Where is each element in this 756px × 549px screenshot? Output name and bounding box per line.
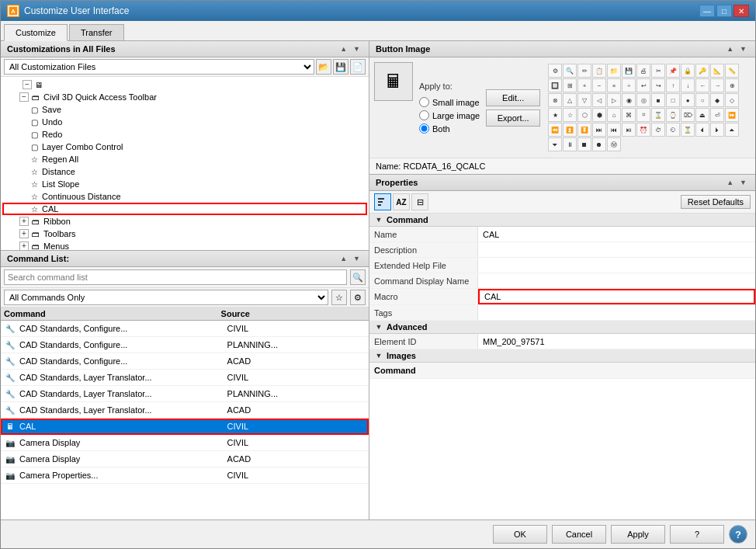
icon-cell[interactable]: Ⓜ bbox=[607, 137, 621, 151]
cmd-row-0[interactable]: 🔧 CAD Standards, Configure... CIVIL bbox=[1, 321, 369, 337]
tree-redo[interactable]: ▢ Redo bbox=[2, 128, 367, 141]
icon-cell[interactable]: ↓ bbox=[681, 78, 695, 92]
ok-button[interactable]: OK bbox=[493, 525, 547, 544]
tab-customize[interactable]: Customize bbox=[4, 24, 68, 41]
tree-contdist[interactable]: ☆ Continuous Distance bbox=[2, 190, 367, 203]
icon-cell[interactable]: ⏴ bbox=[695, 123, 709, 137]
icon-cell[interactable]: ★ bbox=[548, 108, 562, 122]
icon-cell[interactable]: 📏 bbox=[725, 64, 739, 78]
tree-ribbon[interactable]: + 🗃 Ribbon bbox=[2, 215, 367, 228]
cmd-row-6[interactable]: 🖩 CAL CIVIL bbox=[1, 419, 369, 435]
icon-cell[interactable]: 📋 bbox=[592, 64, 606, 78]
cmd-row-8[interactable]: 📷 Camera Display ACAD bbox=[1, 451, 369, 467]
icon-cell[interactable]: ⏸ bbox=[563, 137, 577, 151]
icon-cell[interactable]: ⏷ bbox=[548, 137, 562, 151]
icon-cell[interactable]: ↪ bbox=[651, 78, 665, 92]
civil3d-expander[interactable]: − bbox=[19, 92, 29, 102]
cmd-row-7[interactable]: 📷 Camera Display CIVIL bbox=[1, 435, 369, 451]
images-group-header[interactable]: ▼ Images bbox=[369, 349, 755, 363]
icon-cell[interactable]: ⚙ bbox=[548, 64, 562, 78]
large-image-radio[interactable] bbox=[419, 110, 429, 120]
new-btn[interactable]: 📄 bbox=[350, 59, 366, 75]
search-button[interactable]: 🔍 bbox=[350, 269, 366, 285]
icon-cell[interactable]: ⏩ bbox=[725, 108, 739, 122]
scroll-down-arrow[interactable]: ▼ bbox=[351, 44, 362, 54]
icon-cell[interactable]: ⏫ bbox=[563, 123, 577, 137]
tree-item-root-expand[interactable]: − 🖥 bbox=[2, 78, 367, 91]
icon-cell[interactable]: ⌘ bbox=[622, 108, 636, 122]
icon-cell[interactable]: ⌚ bbox=[666, 108, 680, 122]
advanced-group-header[interactable]: ▼ Advanced bbox=[369, 321, 755, 334]
scroll-up-arrow[interactable]: ▲ bbox=[338, 44, 349, 54]
icon-cell[interactable]: × bbox=[607, 78, 621, 92]
icon-cell[interactable]: ▽ bbox=[577, 93, 591, 107]
icon-cell[interactable]: ↩ bbox=[636, 78, 650, 92]
icon-cell[interactable]: ☆ bbox=[563, 108, 577, 122]
icon-cell[interactable]: ○ bbox=[695, 93, 709, 107]
icon-cell[interactable]: 💾 bbox=[622, 64, 636, 78]
cmd-row-4[interactable]: 🔧 CAD Standards, Layer Translator... PLA… bbox=[1, 386, 369, 402]
command-group-header[interactable]: ▼ Command bbox=[369, 214, 755, 227]
filter-star-btn[interactable]: ☆ bbox=[331, 290, 347, 305]
icon-cell[interactable]: 📐 bbox=[710, 64, 724, 78]
ribbon-expander[interactable]: + bbox=[19, 217, 29, 226]
props-alpha-btn[interactable]: AZ bbox=[393, 193, 410, 210]
icon-cell[interactable]: ◎ bbox=[636, 93, 650, 107]
tree-civil3d[interactable]: − 🗃 Civil 3D Quick Access Toolbar bbox=[2, 91, 367, 103]
icon-cell[interactable]: 🔑 bbox=[695, 64, 709, 78]
tree-area[interactable]: − 🖥 − 🗃 Civil 3D Quick Access Toolbar ▢ bbox=[1, 77, 369, 250]
icon-cell[interactable]: ✂ bbox=[651, 64, 665, 78]
icon-cell[interactable]: ⏎ bbox=[710, 108, 724, 122]
cmd-row-3[interactable]: 🔧 CAD Standards, Layer Translator... CIV… bbox=[1, 370, 369, 386]
icon-cell[interactable]: 🔒 bbox=[681, 64, 695, 78]
icon-cell[interactable]: ÷ bbox=[622, 78, 636, 92]
menus-expander[interactable]: + bbox=[19, 241, 29, 250]
icon-cell[interactable]: □ bbox=[666, 93, 680, 107]
tree-toolbars[interactable]: + 🗃 Toolbars bbox=[2, 228, 367, 240]
icon-cell[interactable]: ◇ bbox=[725, 93, 739, 107]
tree-listslope[interactable]: ☆ List Slope bbox=[2, 178, 367, 190]
icon-cell[interactable]: ⌛ bbox=[651, 108, 665, 122]
save-btn-icon[interactable]: 💾 bbox=[333, 59, 349, 75]
icon-cell[interactable]: ⏵ bbox=[710, 123, 724, 137]
icon-grid-area[interactable]: ⚙ 🔍 ✏ 📋 📁 💾 🖨 ✂ 📌 🔒 🔑 📐 bbox=[546, 62, 751, 153]
icon-cell[interactable]: ⬡ bbox=[577, 108, 591, 122]
icon-cell[interactable]: ⏪ bbox=[548, 123, 562, 137]
icon-cell[interactable]: ✏ bbox=[577, 64, 591, 78]
minimize-button[interactable]: — bbox=[699, 5, 715, 17]
icon-cell[interactable]: ⌦ bbox=[681, 108, 695, 122]
tree-layer[interactable]: ▢ Layer Combo Control bbox=[2, 141, 367, 153]
tab-transfer[interactable]: Transfer bbox=[69, 24, 124, 40]
root-expander[interactable]: − bbox=[23, 80, 32, 89]
toolbars-expander[interactable]: + bbox=[19, 229, 29, 238]
load-btn[interactable]: 📂 bbox=[316, 59, 331, 75]
export-button[interactable]: Export... bbox=[486, 109, 540, 127]
icon-cell[interactable]: ■ bbox=[651, 93, 665, 107]
cmd-row-1[interactable]: 🔧 CAD Standards, Configure... PLANNING..… bbox=[1, 337, 369, 353]
icon-cell[interactable]: − bbox=[592, 78, 606, 92]
filter-gear-btn[interactable]: ⚙ bbox=[350, 290, 366, 305]
cmd-row-9[interactable]: 📷 Camera Properties... CIVIL bbox=[1, 467, 369, 484]
icon-cell[interactable]: ⏯ bbox=[622, 123, 636, 137]
cmd-scroll-up[interactable]: ▲ bbox=[338, 254, 349, 263]
small-image-radio[interactable] bbox=[419, 97, 429, 107]
cmd-scroll-down[interactable]: ▼ bbox=[351, 254, 362, 263]
props-down[interactable]: ▼ bbox=[737, 178, 749, 187]
icon-cell[interactable]: ⏹ bbox=[577, 137, 591, 151]
icon-cell[interactable]: ◆ bbox=[710, 93, 724, 107]
cmd-row-2[interactable]: 🔧 CAD Standards, Configure... ACAD bbox=[1, 353, 369, 370]
tree-undo[interactable]: ▢ Undo bbox=[2, 116, 367, 128]
icon-cell[interactable]: ◉ bbox=[622, 93, 636, 107]
search-input[interactable] bbox=[4, 269, 347, 285]
customization-files-dropdown[interactable]: All Customization Files bbox=[4, 59, 314, 75]
close-button[interactable]: ✕ bbox=[733, 5, 749, 17]
icon-cell[interactable]: 🔍 bbox=[563, 64, 577, 78]
icon-cell[interactable]: ⏱ bbox=[651, 123, 665, 137]
props-sort-btn[interactable] bbox=[374, 193, 391, 210]
icon-cell[interactable]: ⊕ bbox=[725, 78, 739, 92]
reset-defaults-button[interactable]: Reset Defaults bbox=[681, 195, 751, 209]
icon-cell[interactable]: ⏺ bbox=[592, 137, 606, 151]
icon-cell[interactable]: ⬢ bbox=[592, 108, 606, 122]
icon-cell[interactable]: ⏏ bbox=[695, 108, 709, 122]
tree-regen[interactable]: ☆ Regen All bbox=[2, 153, 367, 165]
